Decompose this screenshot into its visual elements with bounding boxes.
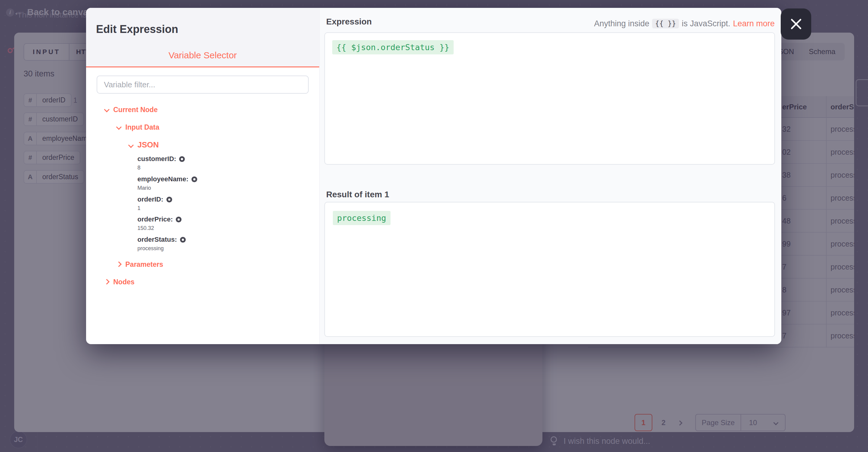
chevron-right-icon[interactable] <box>116 261 121 267</box>
variable-item-orderPrice[interactable]: orderPrice: <box>137 215 182 223</box>
expression-code: {{ $json.orderStatus }} <box>332 40 454 54</box>
variable-key: orderPrice: <box>137 215 173 223</box>
hint-code-braces: {{ }} <box>652 19 679 28</box>
tree-nodes[interactable]: Nodes <box>113 278 134 286</box>
insert-variable-icon[interactable] <box>191 176 197 182</box>
tab-variable-selector[interactable]: Variable Selector <box>86 50 319 60</box>
modal-title: Edit Expression <box>96 23 178 36</box>
hint-text: is JavaScript. <box>682 19 730 28</box>
chevron-down-icon[interactable] <box>128 142 133 148</box>
variable-key: employeeName: <box>137 175 188 183</box>
edit-expression-modal: Edit Expression Variable Selector Curren… <box>86 8 781 344</box>
active-tab-underline <box>86 66 319 67</box>
variable-item-employeeName[interactable]: employeeName: <box>137 175 197 183</box>
variable-filter-input[interactable] <box>97 76 309 94</box>
insert-variable-icon[interactable] <box>180 237 186 243</box>
insert-variable-icon[interactable] <box>166 197 172 203</box>
variable-item-customerID[interactable]: customerID: <box>137 155 185 163</box>
variable-item-orderStatus[interactable]: orderStatus: <box>137 236 186 243</box>
expression-label: Expression <box>326 17 372 27</box>
insert-variable-icon[interactable] <box>176 217 182 222</box>
variable-key: orderStatus: <box>137 236 177 243</box>
tree-current-node[interactable]: Current Node <box>113 106 158 114</box>
chevron-down-icon[interactable] <box>116 124 121 130</box>
chevron-down-icon[interactable] <box>104 107 109 112</box>
tree-parameters[interactable]: Parameters <box>125 261 163 269</box>
variable-value: processing <box>137 245 164 252</box>
variable-item-orderID[interactable]: orderID: <box>137 195 172 203</box>
tree-input-data[interactable]: Input Data <box>125 123 159 131</box>
variable-value: 8 <box>137 165 141 171</box>
variable-value: 1 <box>137 205 141 211</box>
insert-variable-icon[interactable] <box>179 156 185 162</box>
app-window: i This n8n instance is ← Back to canvas … <box>0 0 868 452</box>
tree-json[interactable]: JSON <box>137 140 159 150</box>
close-button[interactable] <box>781 8 811 39</box>
learn-more-link[interactable]: Learn more <box>733 19 775 28</box>
chevron-right-icon[interactable] <box>104 279 109 284</box>
variable-key: orderID: <box>137 195 163 203</box>
expression-hint: Anything inside {{ }} is JavaScript. Lea… <box>594 19 775 28</box>
hint-text: Anything inside <box>594 19 649 28</box>
expression-editor[interactable]: {{ $json.orderStatus }} <box>324 32 775 165</box>
variable-value: Mario <box>137 185 151 191</box>
variable-value: 150.32 <box>137 225 154 232</box>
result-label: Result of item 1 <box>326 190 389 200</box>
variable-key: customerID: <box>137 155 176 163</box>
expression-result-box: processing <box>324 202 775 337</box>
result-value: processing <box>333 211 391 225</box>
